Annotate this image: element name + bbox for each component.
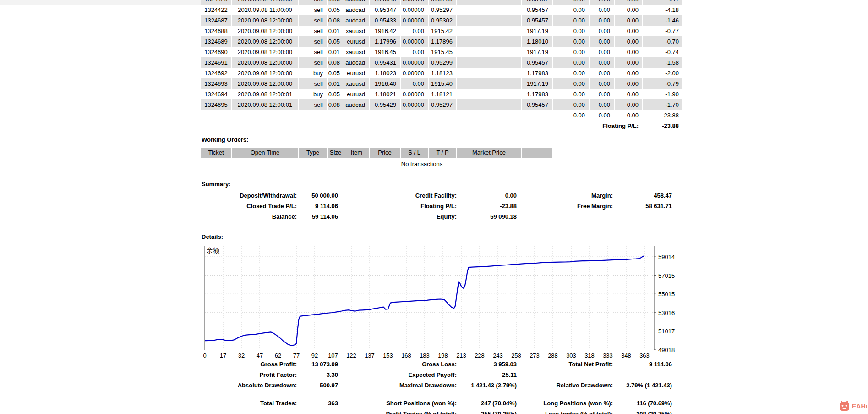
cell-item: eurusd <box>344 68 369 78</box>
table-row: 13246892020.09.08 12:00:00sell0.05eurusd… <box>201 36 682 47</box>
cell-profit: -1.46 <box>643 15 682 26</box>
stat-value: 50 000.00 <box>297 190 339 201</box>
cell-type: sell <box>299 5 327 15</box>
stat-label: Credit Facility: <box>339 190 457 201</box>
stat-value: 3 959.03 <box>457 359 518 370</box>
cell-open_time: 2020.09.08 12:00:00 <box>231 57 299 68</box>
details-title: Details: <box>202 233 223 240</box>
cell-market_price: 0.95457 <box>521 5 552 15</box>
cell-type: sell <box>299 0 327 5</box>
stat-label: Balance: <box>201 211 297 222</box>
cell-market_price: 1917.19 <box>521 47 552 57</box>
stat-label: Long Positions (won %): <box>518 398 613 408</box>
cell-commission: 0.00 <box>552 68 589 78</box>
x-tick-label: 363 <box>639 352 650 359</box>
cell-taxes: 0.00 <box>589 0 614 5</box>
cell-tp: 1.17896 <box>428 36 457 47</box>
working-orders-table: TicketOpen TimeTypeSizeItemPriceS / LT /… <box>201 148 552 158</box>
table-row: 13246922020.09.08 12:00:00buy0.05eurusd1… <box>201 68 682 78</box>
cell-market_price: 1.17983 <box>521 89 552 99</box>
cell-profit: -1.70 <box>643 99 682 110</box>
x-tick-label: 153 <box>383 352 393 359</box>
cell-price: 0.95347 <box>369 5 400 15</box>
stat-value: 458.47 <box>613 190 673 201</box>
cell-commission: 0.00 <box>552 26 589 36</box>
stat-value: 59 090.18 <box>457 211 518 222</box>
cell-swap: 0.00 <box>614 5 643 15</box>
x-tick-label: 258 <box>511 352 521 359</box>
cell-item: xauusd <box>344 78 369 89</box>
cell-swap: 0.00 <box>614 89 643 99</box>
stat-label: Loss trades (% of total): <box>518 408 613 414</box>
cell-price: 0.95433 <box>369 15 400 26</box>
cell-item: audcad <box>344 15 369 26</box>
cell-ticket: 1324694 <box>201 89 231 99</box>
chart-series-label: 余额 <box>207 247 219 254</box>
cell-market_price: 0.95457 <box>521 15 552 26</box>
stat-value: 0.00 <box>457 190 518 201</box>
y-tick-label: 53016 <box>658 309 675 316</box>
cell-sl: 0.00000 <box>400 89 428 99</box>
cell-ticket: 1324689 <box>201 36 231 47</box>
stat-value: 9 114.06 <box>613 359 673 370</box>
x-tick-label: 333 <box>603 352 613 359</box>
cell-sl: 0.00 <box>400 26 428 36</box>
x-tick-label: 243 <box>493 352 503 359</box>
cell-type: buy <box>299 89 327 99</box>
stat-value <box>297 408 339 414</box>
y-tick-label: 51017 <box>658 328 675 335</box>
cell-tp: 1.18121 <box>428 89 457 99</box>
stat-label: Total Trades: <box>201 398 297 408</box>
stat-label: Relative Drawdown: <box>518 380 613 391</box>
stat-value: 108 (29.75%) <box>613 408 673 414</box>
cell-ticket: 1324691 <box>201 57 231 68</box>
cell-size: 0.01 <box>327 78 344 89</box>
cell-close_time <box>457 0 521 5</box>
wo-header-price: Price <box>369 148 400 158</box>
eahub-logo[interactable]: EAHub <box>839 401 868 411</box>
cell-taxes: 0.00 <box>589 36 614 47</box>
cell-ticket: 1324422 <box>201 5 231 15</box>
cell-profit: -2.00 <box>643 68 682 78</box>
x-tick-label: 228 <box>475 352 485 359</box>
stat-label: Closed Trade P/L: <box>201 201 297 211</box>
cell-open_time: 2020.09.08 11:00:00 <box>231 0 299 5</box>
cell-price: 1.18021 <box>369 89 400 99</box>
cell-market_price: 0.95457 <box>521 99 552 110</box>
stat-row: Profit Factor:3.30Expected Payoff:25.11 <box>201 370 673 380</box>
cell-commission: 0.00 <box>552 57 589 68</box>
stat-label: Gross Profit: <box>201 359 297 370</box>
stat-label <box>201 408 297 414</box>
balance-chart: 5901457015550155301651017490180173247627… <box>202 246 688 361</box>
wo-header-market-price: Market Price <box>457 148 521 158</box>
cell-sl: 0.00000 <box>400 99 428 110</box>
stat-label: Floating P/L: <box>339 201 457 211</box>
stat-value: 3.30 <box>297 370 339 380</box>
stat-label: Short Positions (won %): <box>339 398 457 408</box>
x-tick-label: 107 <box>328 352 338 359</box>
cell-item: audcad <box>344 5 369 15</box>
cell-sl: 0.00000 <box>400 0 428 5</box>
cell-ticket: 1324690 <box>201 47 231 57</box>
cell-sl: 0.00000 <box>400 57 428 68</box>
cell-taxes: 0.00 <box>589 78 614 89</box>
cell-taxes: 0.00 <box>589 68 614 78</box>
cell-profit: -1.90 <box>643 89 682 99</box>
total-profit: -23.88 <box>643 110 682 121</box>
total-swap: 0.00 <box>614 110 643 121</box>
stat-value: 2.79% (1 421.43) <box>613 380 673 391</box>
cell-price: 1.17996 <box>369 36 400 47</box>
stat-value <box>613 370 673 380</box>
stat-label: Profit Trades (% of total): <box>339 408 457 414</box>
cell-close_time <box>457 68 521 78</box>
y-tick-label: 49018 <box>658 347 675 353</box>
stat-label: Profit Factor: <box>201 370 297 380</box>
cell-open_time: 2020.09.08 12:00:00 <box>231 68 299 78</box>
stat-label: Free Margin: <box>518 201 613 211</box>
y-tick-label: 59014 <box>658 254 675 260</box>
cell-size: 0.05 <box>327 68 344 78</box>
stat-value: 247 (70.04%) <box>457 398 518 408</box>
stat-label: Absolute Drawdown: <box>201 380 297 391</box>
x-tick-label: 168 <box>401 352 411 359</box>
cell-tp: 0.95297 <box>428 5 457 15</box>
